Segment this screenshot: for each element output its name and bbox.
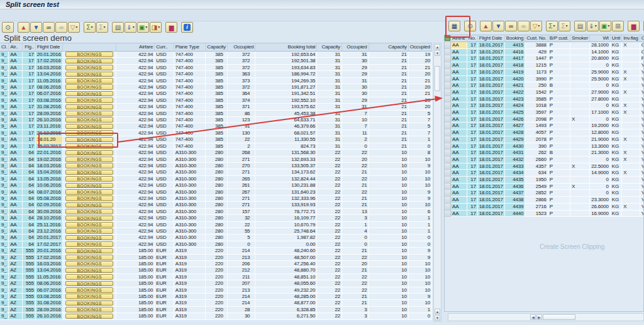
bookings-button[interactable]: BOOKINGS: [65, 124, 114, 129]
row-selector[interactable]: [445, 76, 451, 83]
cell[interactable]: X: [570, 163, 590, 170]
cell[interactable]: Y: [640, 190, 644, 197]
bookings-button-cell[interactable]: BOOKINGS: [63, 117, 117, 123]
bookings-button-cell[interactable]: BOOKINGS: [63, 287, 117, 294]
cell[interactable]: 17: [23, 65, 36, 71]
cell[interactable]: 19.02.2016: [36, 157, 63, 163]
cell[interactable]: 9_: [0, 157, 9, 163]
cell[interactable]: 220: [206, 300, 228, 306]
cell[interactable]: AA: [451, 170, 467, 177]
cell[interactable]: 10: [409, 182, 432, 189]
cell[interactable]: AA: [451, 150, 467, 157]
cell[interactable]: 21: [409, 91, 432, 97]
cell[interactable]: 213: [228, 287, 256, 294]
cell[interactable]: Y: [640, 96, 644, 103]
cell[interactable]: AA: [451, 49, 467, 56]
cell[interactable]: 31: [317, 97, 342, 104]
cell[interactable]: AA: [451, 109, 467, 116]
cell[interactable]: Y: [640, 123, 644, 129]
cell[interactable]: 64: [23, 222, 36, 228]
find-icon[interactable]: ∞: [43, 22, 55, 33]
cell[interactable]: 4435: [505, 177, 526, 184]
cell[interactable]: 385: [206, 143, 228, 150]
cell[interactable]: 390: [525, 143, 548, 150]
cell[interactable]: [570, 102, 590, 109]
column-header[interactable]: Occupied: [228, 43, 256, 52]
cell[interactable]: 422.94: [116, 215, 155, 221]
cell[interactable]: 18.01.2017: [478, 109, 505, 116]
cell[interactable]: 747-400: [174, 117, 206, 123]
cell[interactable]: 9_: [0, 241, 9, 248]
cell[interactable]: EUR: [155, 267, 174, 273]
cell[interactable]: 9_: [0, 215, 9, 221]
cell[interactable]: 10: [369, 169, 409, 175]
cell[interactable]: AA: [451, 129, 467, 136]
bookings-button-cell[interactable]: BOOKINGS: [63, 176, 117, 182]
cell[interactable]: [622, 116, 640, 123]
cell[interactable]: [570, 211, 590, 218]
cell[interactable]: 21: [369, 65, 409, 71]
cell[interactable]: EUR: [155, 287, 174, 294]
cell[interactable]: [622, 211, 640, 218]
cell[interactable]: 21: [369, 136, 409, 143]
cell[interactable]: 31: [317, 84, 342, 91]
cell[interactable]: 280: [206, 176, 228, 182]
cell[interactable]: [570, 177, 590, 184]
bookings-button[interactable]: BOOKINGS: [65, 52, 114, 57]
cell[interactable]: A319: [174, 267, 206, 273]
cell[interactable]: 4429: [505, 136, 526, 143]
cell[interactable]: 18.01.2017: [478, 69, 505, 76]
cell[interactable]: 250: [525, 82, 548, 89]
cell[interactable]: 9_: [0, 222, 9, 228]
cell[interactable]: 385: [206, 117, 228, 123]
cell[interactable]: A310-300: [174, 157, 206, 163]
cell[interactable]: 22: [317, 157, 342, 163]
cell[interactable]: 17: [467, 82, 478, 89]
cell[interactable]: 21.3000: [590, 150, 611, 157]
cell[interactable]: 31: [317, 111, 342, 117]
cell[interactable]: 385: [206, 111, 228, 117]
cell[interactable]: 17: [23, 71, 36, 77]
horizontal-scrollbar[interactable]: ◀ ▶: [448, 313, 644, 321]
bookings-button[interactable]: BOOKINGS: [65, 72, 114, 77]
cell[interactable]: 192,501.38: [255, 58, 317, 64]
cell[interactable]: 18.01.2017: [478, 197, 505, 204]
cell[interactable]: 9_: [0, 176, 9, 182]
bookings-button[interactable]: BOOKINGS: [65, 268, 114, 273]
cell[interactable]: 132,693.33: [255, 157, 317, 163]
cell[interactable]: 17: [23, 97, 36, 104]
cell[interactable]: 555: [23, 280, 36, 287]
row-selector[interactable]: [445, 150, 451, 157]
cell[interactable]: 2866: [525, 197, 548, 204]
bookings-button-cell[interactable]: BOOKINGS: [63, 255, 117, 261]
cell[interactable]: 06.07.2016: [36, 91, 63, 97]
cell[interactable]: 9_: [0, 163, 9, 169]
cell[interactable]: 372: [228, 58, 256, 64]
cell[interactable]: 21: [369, 104, 409, 110]
cell[interactable]: P: [548, 143, 570, 150]
cell[interactable]: 0: [590, 82, 611, 89]
column-header[interactable]: Occupied: [409, 43, 432, 52]
cell[interactable]: A310-300: [174, 228, 206, 234]
cell[interactable]: 17: [467, 184, 478, 190]
cell[interactable]: A310-300: [174, 209, 206, 215]
cell[interactable]: 4057: [525, 129, 548, 136]
cell[interactable]: 372: [228, 52, 256, 58]
cell[interactable]: 21: [342, 169, 369, 175]
bookings-button-cell[interactable]: BOOKINGS: [63, 157, 117, 163]
cell[interactable]: 64: [23, 234, 36, 241]
cell[interactable]: 4428: [505, 129, 526, 136]
cell[interactable]: 21: [369, 52, 409, 58]
details-icon[interactable]: ⊙: [2, 22, 14, 33]
cell[interactable]: 64: [23, 196, 36, 202]
row-selector[interactable]: [445, 197, 451, 204]
bookings-button[interactable]: BOOKINGS: [65, 261, 114, 267]
cell[interactable]: 4417: [505, 55, 526, 62]
cell[interactable]: KG: [611, 82, 622, 89]
cell[interactable]: X: [622, 69, 640, 76]
cell[interactable]: 22: [317, 163, 342, 169]
cell[interactable]: 22: [317, 182, 342, 189]
cell[interactable]: AA: [9, 241, 23, 248]
cell[interactable]: Y: [640, 184, 644, 190]
cell[interactable]: 0: [409, 313, 432, 319]
